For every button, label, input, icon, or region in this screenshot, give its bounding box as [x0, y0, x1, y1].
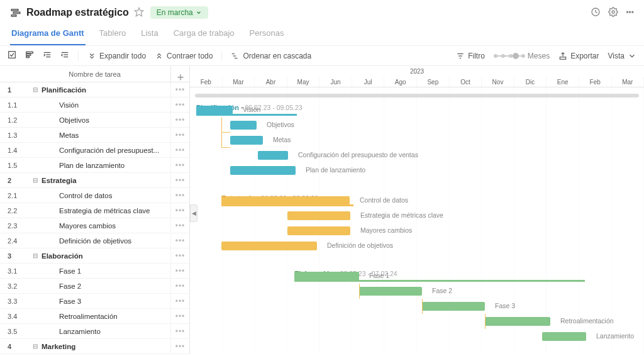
tab-board[interactable]: Tablero: [98, 23, 128, 45]
gantt-bar-label: Retroalimentación: [560, 317, 614, 325]
row-more-icon[interactable]: •••: [170, 97, 189, 113]
task-row[interactable]: 2.2Estrategia de métricas clave•••: [0, 203, 189, 218]
task-row[interactable]: 1⊟Planificación•••: [0, 82, 189, 97]
gantt-bar[interactable]: [422, 302, 485, 311]
task-name: Planificación: [42, 86, 170, 94]
expand-icon[interactable]: ⊟: [33, 86, 42, 93]
task-row[interactable]: 3.4Retroalimentación•••: [0, 309, 189, 324]
gantt-bar[interactable]: [196, 106, 233, 114]
row-more-icon[interactable]: •••: [170, 264, 189, 279]
task-name: Fase 3: [42, 298, 170, 305]
gantt-bar[interactable]: [230, 121, 257, 130]
row-more-icon[interactable]: •••: [170, 339, 189, 354]
gantt-bar[interactable]: [542, 332, 586, 341]
row-more-icon[interactable]: •••: [170, 218, 189, 233]
more-icon[interactable]: •••: [626, 8, 634, 17]
task-number: 1.4: [0, 147, 33, 154]
view-label: Vista: [608, 52, 625, 60]
row-more-icon[interactable]: •••: [170, 248, 189, 264]
task-row[interactable]: 3.2Fase 2•••: [0, 279, 189, 294]
expand-label: Expandir todo: [99, 52, 146, 60]
gantt-bar[interactable]: [485, 317, 550, 326]
gantt-bar[interactable]: [230, 166, 296, 175]
task-number: 2.3: [0, 222, 33, 230]
expand-all-button[interactable]: Expandir todo: [87, 52, 146, 60]
row-more-icon[interactable]: •••: [170, 158, 189, 173]
gantt-bar[interactable]: [287, 226, 350, 235]
task-name: Estrategia: [42, 177, 170, 184]
row-more-icon[interactable]: •••: [170, 324, 189, 339]
gantt-bar[interactable]: [230, 136, 263, 145]
task-row[interactable]: 1.1Visión•••: [0, 97, 189, 113]
tab-people[interactable]: Personas: [248, 23, 286, 45]
row-more-icon[interactable]: •••: [170, 128, 189, 143]
task-row[interactable]: 2⊟Estrategia•••: [0, 173, 189, 188]
row-more-icon[interactable]: •••: [170, 82, 189, 97]
row-more-icon[interactable]: •••: [170, 309, 189, 324]
task-name: Mayores cambios: [42, 222, 170, 230]
zoom-slider[interactable]: Meses: [494, 52, 550, 60]
checkbox-icon[interactable]: [8, 50, 16, 61]
expand-icon[interactable]: ⊟: [33, 343, 42, 350]
gantt-row: Retroalimentación: [190, 314, 644, 329]
tab-list[interactable]: Lista: [140, 23, 159, 45]
task-name: Metas: [42, 131, 170, 139]
tab-workload[interactable]: Carga de trabajo: [172, 23, 236, 45]
row-more-icon[interactable]: •••: [170, 113, 189, 128]
gantt-chart[interactable]: 2023 FebMarAbrMayJunJulAgoSepOctNovDicEn…: [190, 66, 644, 354]
gantt-bar[interactable]: [294, 272, 359, 281]
task-name: Lanzamiento: [42, 328, 170, 335]
dependency-connector: [359, 284, 360, 299]
gantt-bar[interactable]: [359, 287, 422, 296]
row-more-icon[interactable]: •••: [170, 279, 189, 294]
gantt-scroll-track[interactable]: [195, 94, 639, 97]
row-more-icon[interactable]: •••: [170, 203, 189, 218]
expand-icon[interactable]: ⊟: [33, 177, 42, 184]
gantt-bar[interactable]: [258, 151, 288, 160]
history-icon[interactable]: [591, 7, 601, 19]
task-row[interactable]: 1.5Plan de lanzamiento•••: [0, 158, 189, 173]
task-number: 2: [0, 177, 33, 184]
expand-icon[interactable]: ⊟: [33, 252, 42, 259]
row-more-icon[interactable]: •••: [170, 173, 189, 188]
row-more-icon[interactable]: •••: [170, 294, 189, 309]
gantt-bar[interactable]: [221, 196, 350, 205]
task-row[interactable]: 1.2Objetivos•••: [0, 113, 189, 128]
task-number: 3.1: [0, 267, 33, 275]
tab-gantt[interactable]: Diagrama de Gantt: [10, 23, 86, 45]
task-row[interactable]: 1.4Configuración del presupuest...•••: [0, 143, 189, 158]
task-row[interactable]: 3.5Lanzamiento•••: [0, 324, 189, 339]
gantt-bar[interactable]: [221, 242, 317, 250]
view-button[interactable]: Vista: [608, 52, 636, 60]
plan-icon[interactable]: [25, 50, 34, 61]
cascade-button[interactable]: Ordenar en cascada: [231, 52, 311, 60]
gantt-row: Mayores cambios: [190, 223, 644, 238]
row-more-icon[interactable]: •••: [170, 188, 189, 203]
row-more-icon[interactable]: •••: [170, 233, 189, 248]
task-row[interactable]: 4⊟Marketing•••: [0, 339, 189, 354]
collapse-all-button[interactable]: Contraer todo: [155, 52, 213, 60]
task-row[interactable]: 2.1Control de datos•••: [0, 188, 189, 203]
row-more-icon[interactable]: •••: [170, 143, 189, 158]
gear-icon[interactable]: [608, 7, 618, 19]
task-row[interactable]: 3⊟Elaboración•••: [0, 248, 189, 264]
favorite-icon[interactable]: [134, 7, 144, 19]
task-row[interactable]: 2.3Mayores cambios•••: [0, 218, 189, 233]
status-badge[interactable]: En marcha: [150, 6, 208, 19]
gantt-row: Metas: [190, 133, 644, 148]
task-row[interactable]: 3.3Fase 3•••: [0, 294, 189, 309]
task-row[interactable]: 2.4Definición de objetivos•••: [0, 233, 189, 248]
task-name: Marketing: [42, 343, 170, 350]
outdent-icon[interactable]: [60, 50, 69, 61]
month-header: Abr: [255, 77, 287, 87]
collapse-sidebar-handle[interactable]: ◀: [190, 204, 197, 222]
gantt-row: Fase 2: [190, 284, 644, 299]
task-row[interactable]: 1.3Metas•••: [0, 128, 189, 143]
month-header: Feb: [190, 77, 223, 87]
month-header: May: [287, 77, 320, 87]
task-row[interactable]: 3.1Fase 1•••: [0, 264, 189, 279]
filter-button[interactable]: Filtro: [456, 52, 485, 60]
export-button[interactable]: Exportar: [558, 52, 599, 60]
indent-icon[interactable]: [43, 50, 52, 61]
gantt-bar[interactable]: [287, 211, 350, 220]
